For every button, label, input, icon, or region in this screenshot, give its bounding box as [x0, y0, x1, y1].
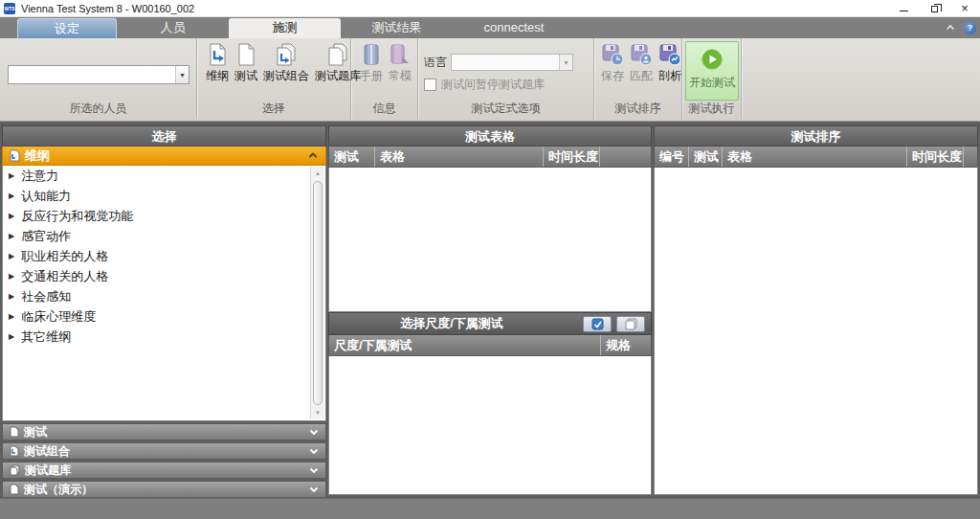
- test-forms-panel: 测试表格 测试 表格 时间长度 选择尺度/下属测试: [328, 125, 652, 495]
- expand-arrow-icon[interactable]: ▶: [9, 292, 14, 301]
- column-form[interactable]: 表格: [722, 147, 906, 167]
- norms-button: 常模: [386, 43, 414, 84]
- tab-settings[interactable]: 设定: [17, 18, 117, 38]
- test-forms-table-body[interactable]: [328, 168, 652, 312]
- column-test[interactable]: 测试: [688, 147, 722, 167]
- chevron-up-icon[interactable]: [308, 152, 318, 159]
- accordion-dimensions-label: 维纲: [25, 147, 50, 165]
- profile-order-button[interactable]: 剖析: [656, 43, 684, 84]
- group-label-information: 信息: [351, 101, 417, 117]
- tree-item-work-personality[interactable]: ▶职业相关的人格: [3, 246, 325, 266]
- window-title: Vienna Test System 8 - W00160_002: [21, 3, 194, 14]
- tab-persons[interactable]: 人员: [117, 18, 229, 38]
- scroll-down-icon[interactable]: ▼: [311, 406, 324, 419]
- ribbon-group-test-order: 保存 匹配: [594, 38, 682, 119]
- manual-book-icon: [361, 43, 382, 66]
- dimensions-button[interactable]: 维纲: [203, 43, 232, 84]
- tab-administration[interactable]: 施测: [229, 18, 341, 38]
- dropdown-arrow-icon[interactable]: ▼: [559, 55, 572, 70]
- expand-arrow-icon[interactable]: ▶: [9, 252, 14, 260]
- tests-button[interactable]: 测试: [232, 43, 260, 84]
- title-bar: WTS Vienna Test System 8 - W00160_002 ×: [0, 0, 980, 17]
- scroll-up-icon[interactable]: ▲: [311, 167, 324, 180]
- accordion-section-test-batteries[interactable]: 测试题库: [2, 462, 326, 479]
- empty-checkbox-icon: [625, 318, 637, 330]
- accordion-section-tests[interactable]: 测试: [2, 423, 326, 440]
- ribbon-tab-bar: 设定 人员 施测 测试结果 connectest ?: [0, 17, 980, 38]
- tree-item-attention[interactable]: ▶注意力: [3, 166, 325, 186]
- tree-item-sensomotor[interactable]: ▶感官动作: [3, 226, 325, 246]
- expand-arrow-icon[interactable]: ▶: [9, 272, 14, 281]
- column-form[interactable]: 表格: [374, 147, 543, 167]
- ribbon-group-test-form-options: 语言 ▼ 测试间暂停测试题库 测试定式选项: [418, 38, 594, 119]
- scrollbar-thumb[interactable]: [313, 181, 323, 405]
- tree-item-other-dimensions[interactable]: ▶其它维纲: [3, 327, 325, 347]
- language-combobox[interactable]: ▼: [451, 54, 573, 71]
- minimize-icon: [900, 11, 908, 11]
- match-floppy-person-icon: [630, 43, 653, 66]
- status-bar: [0, 498, 980, 519]
- column-specification[interactable]: 规格: [600, 335, 651, 355]
- column-number[interactable]: 编号: [655, 147, 688, 167]
- main-content: 选择 维纲 ▶注意力 ▶认知能力 ▶反应行为和视觉功能 ▶感官动作 ▶职业相关的…: [0, 122, 980, 498]
- select-all-scales-button[interactable]: [583, 316, 612, 332]
- chevron-down-icon[interactable]: [309, 429, 319, 436]
- profile-floppy-chart-icon: [658, 43, 681, 66]
- accordion-section-dimensions[interactable]: 维纲: [2, 147, 326, 166]
- expand-arrow-icon[interactable]: ▶: [9, 212, 14, 220]
- expand-arrow-icon[interactable]: ▶: [9, 332, 14, 341]
- column-scale-subtest[interactable]: 尺度/下属测试: [329, 335, 600, 355]
- pause-between-tests-label: 测试间暂停测试题库: [441, 77, 545, 93]
- ribbon-group-selection: 维纲 测试 测试组合: [197, 38, 351, 119]
- deselect-all-scales-button[interactable]: [616, 316, 645, 332]
- accordion-section-tests-demo[interactable]: 测试（演示）: [2, 481, 326, 498]
- documents-icon: [326, 43, 349, 66]
- column-duration[interactable]: 时间长度: [906, 147, 963, 167]
- tree-item-reaction-visual[interactable]: ▶反应行为和视觉功能: [3, 206, 325, 226]
- app-icon: WTS: [4, 3, 15, 14]
- scales-table-body[interactable]: [328, 356, 652, 495]
- help-button[interactable]: ?: [964, 22, 976, 34]
- start-test-button[interactable]: 开始测试: [685, 41, 739, 101]
- language-value: [452, 55, 559, 70]
- match-order-button: 匹配: [627, 43, 656, 84]
- chevron-down-icon[interactable]: [309, 486, 319, 493]
- tree-item-social-perception[interactable]: ▶社会感知: [3, 286, 325, 306]
- column-duration[interactable]: 时间长度: [543, 147, 599, 167]
- dropdown-arrow-icon[interactable]: ▼: [175, 66, 189, 83]
- save-floppy-clock-icon: [601, 43, 624, 66]
- chevron-down-icon[interactable]: [309, 467, 319, 474]
- tree-scrollbar[interactable]: ▲ ▼: [310, 167, 324, 419]
- close-icon: ×: [961, 0, 969, 17]
- expand-arrow-icon[interactable]: ▶: [9, 312, 14, 321]
- tree-item-clinical[interactable]: ▶临床心理维度: [3, 306, 325, 327]
- accordion-section-test-sets[interactable]: 测试组合: [2, 442, 326, 460]
- expand-arrow-icon[interactable]: ▶: [9, 192, 14, 200]
- tab-results[interactable]: 测试结果: [341, 18, 453, 38]
- document-arrow-icon: [9, 445, 19, 457]
- expand-arrow-icon[interactable]: ▶: [9, 232, 14, 240]
- maximize-button[interactable]: [919, 0, 949, 17]
- tree-item-cognition[interactable]: ▶认知能力: [3, 186, 325, 206]
- play-icon: [701, 48, 724, 71]
- selected-person-combobox[interactable]: ▼: [8, 65, 189, 84]
- document-icon: [235, 43, 256, 66]
- tree-item-traffic-personality[interactable]: ▶交通相关的人格: [3, 266, 325, 286]
- test-order-table-body[interactable]: [654, 168, 978, 495]
- test-order-header: 测试排序: [654, 125, 978, 147]
- group-label-selection: 选择: [197, 101, 350, 117]
- ribbon-group-information: 手册 常模 信息: [351, 38, 418, 119]
- group-label-test-order: 测试排序: [594, 101, 681, 117]
- column-blank: [599, 147, 651, 167]
- tab-connectest[interactable]: connectest: [453, 18, 575, 38]
- minimize-button[interactable]: [888, 0, 919, 17]
- expand-arrow-icon[interactable]: ▶: [9, 171, 14, 180]
- test-sets-button[interactable]: 测试组合: [260, 43, 312, 84]
- close-button[interactable]: ×: [949, 0, 980, 17]
- maximize-icon: [931, 6, 938, 12]
- column-test[interactable]: 测试: [329, 147, 374, 167]
- pause-between-tests-checkbox[interactable]: [424, 79, 436, 91]
- chevron-down-icon[interactable]: [309, 448, 319, 455]
- collapse-ribbon-button[interactable]: [945, 22, 956, 34]
- column-blank: [963, 147, 977, 167]
